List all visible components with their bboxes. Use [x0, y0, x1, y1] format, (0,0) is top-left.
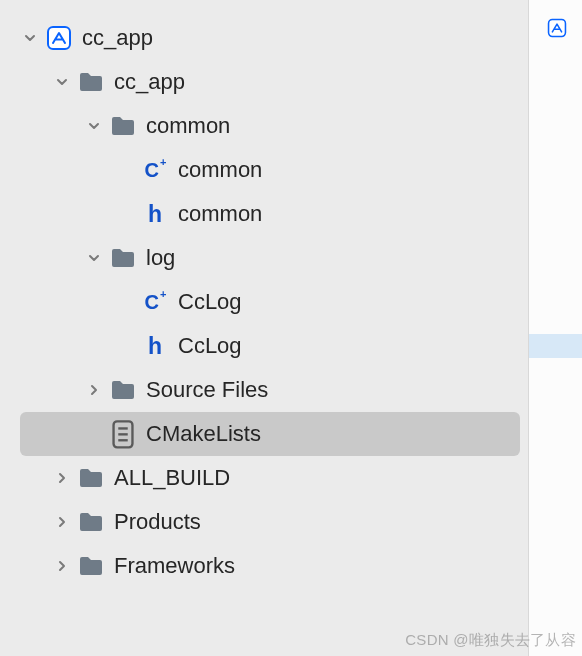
folder-icon	[110, 113, 136, 139]
folder-icon	[78, 553, 104, 579]
editor-pane	[528, 0, 582, 656]
tree-label: cc_app	[114, 69, 185, 95]
chevron-down-icon[interactable]	[86, 118, 102, 134]
project-navigator: cc_app cc_app common C+ common h common	[0, 0, 528, 656]
folder-icon	[110, 377, 136, 403]
chevron-right-icon[interactable]	[86, 382, 102, 398]
tree-row-folder-log[interactable]: log	[0, 236, 528, 280]
svg-rect-5	[549, 20, 566, 37]
tree-label: common	[146, 113, 230, 139]
tree-row-file-cclog-cpp[interactable]: C+ CcLog	[0, 280, 528, 324]
tree-label: cc_app	[82, 25, 153, 51]
cpp-file-icon: C+	[142, 289, 168, 315]
watermark: CSDN @唯独失去了从容	[405, 631, 576, 650]
tree-row-project[interactable]: cc_app	[0, 16, 528, 60]
header-file-icon: h	[142, 201, 168, 227]
editor-selection	[529, 334, 582, 358]
folder-icon	[78, 465, 104, 491]
tree-label: CcLog	[178, 333, 242, 359]
tree-row-file-common-cpp[interactable]: C+ common	[0, 148, 528, 192]
tree-row-folder-products[interactable]: Products	[0, 500, 528, 544]
tree-label: CcLog	[178, 289, 242, 315]
tree-label: CMakeLists	[146, 421, 261, 447]
tree-label: Products	[114, 509, 201, 535]
cpp-file-icon: C+	[142, 157, 168, 183]
svg-rect-0	[48, 27, 70, 49]
tree-row-file-cclog-h[interactable]: h CcLog	[0, 324, 528, 368]
app-icon	[547, 18, 567, 38]
chevron-right-icon[interactable]	[54, 558, 70, 574]
folder-icon	[78, 509, 104, 535]
tree-label: common	[178, 201, 262, 227]
header-file-icon: h	[142, 333, 168, 359]
tree-label: ALL_BUILD	[114, 465, 230, 491]
tree-row-folder-source-files[interactable]: Source Files	[0, 368, 528, 412]
tree-row-file-cmakelists[interactable]: CMakeLists	[20, 412, 520, 456]
tree-row-folder-all-build[interactable]: ALL_BUILD	[0, 456, 528, 500]
app-icon	[46, 25, 72, 51]
tree-row-folder-frameworks[interactable]: Frameworks	[0, 544, 528, 588]
tree-row-file-common-h[interactable]: h common	[0, 192, 528, 236]
tree-label: Frameworks	[114, 553, 235, 579]
folder-icon	[110, 245, 136, 271]
chevron-right-icon[interactable]	[54, 514, 70, 530]
chevron-down-icon[interactable]	[54, 74, 70, 90]
chevron-down-icon[interactable]	[22, 30, 38, 46]
tree-label: log	[146, 245, 175, 271]
text-file-icon	[110, 421, 136, 447]
tree-label: Source Files	[146, 377, 268, 403]
chevron-right-icon[interactable]	[54, 470, 70, 486]
tree-row-folder-common[interactable]: common	[0, 104, 528, 148]
tree-row-target[interactable]: cc_app	[0, 60, 528, 104]
folder-icon	[78, 69, 104, 95]
chevron-down-icon[interactable]	[86, 250, 102, 266]
tree-label: common	[178, 157, 262, 183]
